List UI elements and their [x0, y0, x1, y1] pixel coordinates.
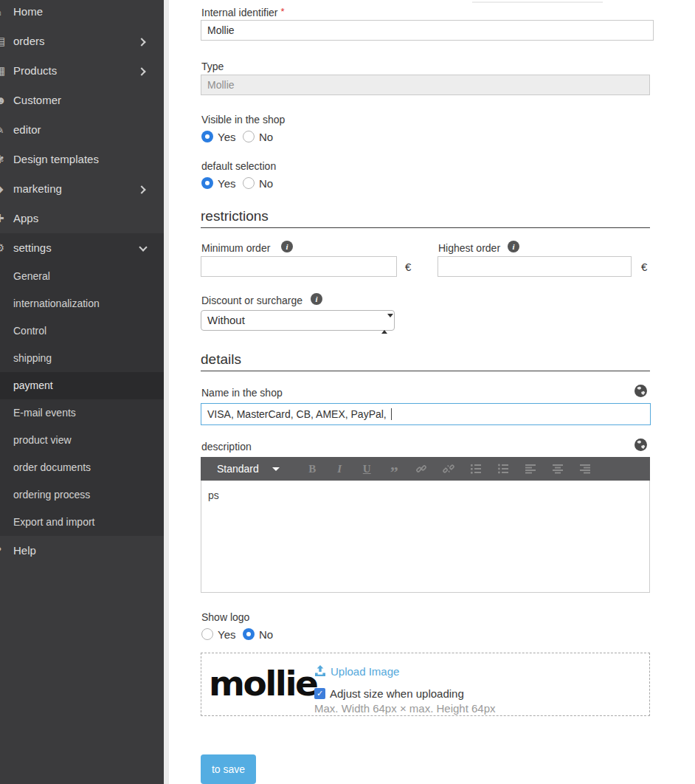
show-logo-yes-label: Yes [218, 628, 235, 641]
chevron-down-icon [139, 243, 147, 251]
sidebar-item-orders[interactable]: ▤ orders [0, 27, 164, 56]
sidebar-item-control[interactable]: Control [0, 317, 164, 345]
chevron-right-icon [137, 67, 145, 75]
sidebar-item-apps[interactable]: ✚ Apps [0, 204, 164, 233]
show-logo-label: Show logo [201, 611, 249, 623]
align-center-icon[interactable] [544, 457, 572, 481]
size-hint-text: Max. Width 64px × max. Height 64px [314, 702, 496, 715]
minimum-order-label: Minimum order [201, 242, 270, 254]
internal-identifier-label: Internal identifier * [201, 6, 284, 18]
description-editor-body[interactable]: ps [201, 481, 650, 593]
visible-no-label: No [259, 131, 273, 143]
link-icon[interactable] [408, 457, 435, 481]
default-no-radio[interactable] [243, 177, 255, 189]
sidebar-item-home[interactable]: ⌂ Home [0, 0, 164, 27]
type-input [201, 75, 650, 95]
submenu-label: E-mail events [13, 399, 76, 427]
submenu-label: payment [13, 372, 53, 399]
select-spinner-icon [381, 314, 387, 334]
sidebar-item-label: settings [13, 233, 52, 263]
sidebar-item-products[interactable]: ▦ Products [0, 56, 164, 86]
blockquote-icon[interactable]: ” [381, 457, 408, 481]
highest-order-currency: € [641, 261, 647, 273]
chevron-right-icon [137, 38, 145, 46]
orders-icon: ▤ [0, 27, 10, 56]
align-left-icon[interactable] [517, 457, 544, 481]
default-no-label: No [259, 177, 273, 190]
upload-icon [314, 665, 326, 677]
rte-paragraph-style-dropdown[interactable]: Standard [217, 463, 280, 475]
italic-icon[interactable]: I [326, 457, 353, 481]
adjust-size-checkbox[interactable]: ✓ [314, 688, 325, 699]
sidebar-item-export-import[interactable]: Export and import [0, 509, 164, 536]
name-in-shop-input[interactable]: VISA, MasterCard, CB, AMEX, PayPal, [201, 403, 651, 425]
show-logo-no-radio[interactable] [243, 628, 255, 640]
sidebar-item-settings[interactable]: ⚙ settings [0, 233, 164, 263]
input-text: VISA, MasterCard, CB, AMEX, PayPal, [207, 408, 390, 420]
minimum-order-currency: € [405, 261, 411, 273]
apps-icon: ✚ [0, 204, 10, 233]
discount-surcharge-select[interactable]: Without [201, 310, 395, 331]
sidebar-item-label: Customer [13, 86, 61, 115]
home-icon: ⌂ [0, 0, 10, 27]
settings-icon: ⚙ [0, 233, 10, 263]
underline-icon[interactable]: U [353, 457, 381, 481]
sidebar-item-editor[interactable]: ✎ editor [0, 115, 164, 145]
sidebar-edge-strip [164, 0, 169, 784]
bold-icon[interactable]: B [299, 457, 326, 481]
default-yes-radio[interactable] [201, 177, 213, 189]
unordered-list-icon[interactable] [490, 457, 517, 481]
align-right-icon[interactable] [572, 457, 599, 481]
text-caret [391, 408, 392, 420]
sidebar-item-design-templates[interactable]: ✾ Design templates [0, 145, 164, 174]
sidebar-item-label: Products [13, 56, 57, 86]
sidebar-item-label: Home [13, 0, 43, 27]
name-in-shop-label: Name in the shop [201, 387, 283, 399]
minimum-order-input[interactable] [201, 256, 397, 277]
default-yes-label: Yes [218, 177, 235, 190]
sidebar-item-label: Help [13, 536, 36, 565]
sidebar-item-payment[interactable]: payment [0, 372, 164, 399]
sidebar-item-general[interactable]: General [0, 263, 164, 290]
details-heading: details [201, 351, 241, 368]
products-icon: ▦ [0, 56, 10, 86]
sidebar-item-marketing[interactable]: ◆ marketing [0, 174, 164, 204]
sidebar-item-label: Apps [13, 204, 38, 233]
sidebar-item-customer[interactable]: ☻ Customer [0, 86, 164, 115]
globe-icon[interactable] [635, 439, 647, 451]
sidebar-item-email-events[interactable]: E-mail events [0, 399, 164, 427]
restrictions-heading: restrictions [201, 208, 269, 224]
select-value: Without [207, 314, 245, 326]
globe-icon[interactable] [635, 385, 647, 397]
info-icon[interactable]: i [508, 241, 519, 252]
unlink-icon[interactable] [435, 457, 463, 481]
dropdown-arrow-icon [272, 467, 280, 471]
sidebar-item-order-documents[interactable]: order documents [0, 454, 164, 481]
sidebar-item-internationalization[interactable]: internationalization [0, 290, 164, 317]
show-logo-yes-radio[interactable] [201, 628, 213, 640]
upload-image-link[interactable]: Upload Image [331, 665, 399, 678]
submenu-label: Export and import [13, 509, 95, 536]
ordered-list-icon[interactable] [463, 457, 490, 481]
sidebar-item-label: editor [13, 115, 41, 145]
highest-order-label: Highest order [438, 242, 500, 254]
discount-surcharge-label: Discount or surcharge [201, 295, 302, 306]
visible-no-radio[interactable] [243, 131, 255, 142]
editor-icon: ✎ [0, 115, 10, 145]
submenu-label: order documents [13, 454, 91, 481]
submenu-label: General [13, 263, 50, 290]
help-icon: ? [0, 536, 10, 565]
sidebar-item-product-view[interactable]: product view [0, 427, 164, 454]
info-icon[interactable]: i [281, 241, 293, 252]
description-label: description [201, 441, 252, 453]
type-label: Type [201, 61, 224, 72]
sidebar-item-help[interactable]: ? Help [0, 536, 164, 565]
visible-yes-radio[interactable] [201, 131, 213, 142]
show-logo-no-label: No [259, 628, 273, 641]
sidebar-item-ordering-process[interactable]: ordering process [0, 481, 164, 509]
highest-order-input[interactable] [438, 256, 632, 277]
save-button[interactable]: to save [201, 754, 256, 784]
info-icon[interactable]: i [311, 293, 322, 305]
internal-identifier-input[interactable] [201, 20, 654, 41]
sidebar-item-shipping[interactable]: shipping [0, 345, 164, 372]
